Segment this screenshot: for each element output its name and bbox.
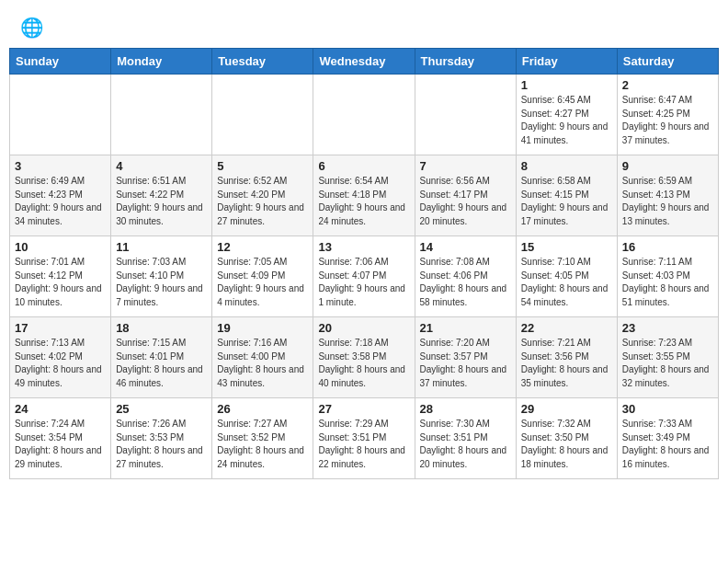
- calendar-container: SundayMondayTuesdayWednesdayThursdayFrid…: [0, 48, 728, 488]
- calendar-header: SundayMondayTuesdayWednesdayThursdayFrid…: [10, 49, 719, 75]
- day-info: Sunrise: 7:24 AM Sunset: 3:54 PM Dayligh…: [15, 418, 106, 471]
- calendar-body: 1Sunrise: 6:45 AM Sunset: 4:27 PM Daylig…: [10, 75, 719, 479]
- calendar-cell: 27Sunrise: 7:29 AM Sunset: 3:51 PM Dayli…: [313, 398, 415, 479]
- calendar-week-4: 17Sunrise: 7:13 AM Sunset: 4:02 PM Dayli…: [10, 317, 719, 398]
- day-number: 26: [217, 402, 308, 416]
- calendar-cell: 28Sunrise: 7:30 AM Sunset: 3:51 PM Dayli…: [415, 398, 516, 479]
- day-info: Sunrise: 7:23 AM Sunset: 3:55 PM Dayligh…: [622, 337, 713, 390]
- day-info: Sunrise: 7:30 AM Sunset: 3:51 PM Dayligh…: [420, 418, 511, 471]
- day-info: Sunrise: 7:26 AM Sunset: 3:53 PM Dayligh…: [116, 418, 207, 471]
- calendar-cell: 21Sunrise: 7:20 AM Sunset: 3:57 PM Dayli…: [415, 317, 516, 398]
- weekday-header-thursday: Thursday: [415, 49, 516, 75]
- calendar-cell: [415, 75, 516, 155]
- calendar-cell: 20Sunrise: 7:18 AM Sunset: 3:58 PM Dayli…: [313, 317, 415, 398]
- calendar-cell: 9Sunrise: 6:59 AM Sunset: 4:13 PM Daylig…: [617, 155, 718, 236]
- calendar-cell: [313, 75, 415, 155]
- day-info: Sunrise: 6:59 AM Sunset: 4:13 PM Dayligh…: [622, 175, 713, 228]
- day-number: 21: [420, 321, 511, 335]
- day-number: 17: [15, 321, 106, 335]
- weekday-header-saturday: Saturday: [617, 49, 718, 75]
- day-number: 12: [217, 240, 308, 254]
- day-number: 20: [318, 321, 409, 335]
- day-number: 10: [15, 240, 106, 254]
- day-info: Sunrise: 7:13 AM Sunset: 4:02 PM Dayligh…: [15, 337, 106, 390]
- day-info: Sunrise: 6:45 AM Sunset: 4:27 PM Dayligh…: [521, 94, 612, 147]
- svg-text:🌐: 🌐: [20, 16, 44, 40]
- calendar-week-2: 3Sunrise: 6:49 AM Sunset: 4:23 PM Daylig…: [10, 155, 719, 236]
- day-info: Sunrise: 7:21 AM Sunset: 3:56 PM Dayligh…: [521, 337, 612, 390]
- calendar-cell: 14Sunrise: 7:08 AM Sunset: 4:06 PM Dayli…: [415, 236, 516, 317]
- day-number: 2: [622, 78, 713, 92]
- calendar-cell: 16Sunrise: 7:11 AM Sunset: 4:03 PM Dayli…: [617, 236, 718, 317]
- calendar-cell: 7Sunrise: 6:56 AM Sunset: 4:17 PM Daylig…: [415, 155, 516, 236]
- calendar-cell: [111, 75, 212, 155]
- calendar-cell: 25Sunrise: 7:26 AM Sunset: 3:53 PM Dayli…: [111, 398, 212, 479]
- calendar-cell: 5Sunrise: 6:52 AM Sunset: 4:20 PM Daylig…: [212, 155, 313, 236]
- day-number: 29: [521, 402, 612, 416]
- day-number: 25: [116, 402, 207, 416]
- weekday-header-friday: Friday: [516, 49, 617, 75]
- day-info: Sunrise: 7:08 AM Sunset: 4:06 PM Dayligh…: [420, 256, 511, 309]
- calendar-cell: 30Sunrise: 7:33 AM Sunset: 3:49 PM Dayli…: [617, 398, 718, 479]
- calendar-cell: 11Sunrise: 7:03 AM Sunset: 4:10 PM Dayli…: [111, 236, 212, 317]
- weekday-header-row: SundayMondayTuesdayWednesdayThursdayFrid…: [10, 49, 719, 75]
- calendar-cell: 10Sunrise: 7:01 AM Sunset: 4:12 PM Dayli…: [10, 236, 111, 317]
- calendar-week-1: 1Sunrise: 6:45 AM Sunset: 4:27 PM Daylig…: [10, 75, 719, 155]
- day-number: 9: [622, 159, 713, 173]
- day-number: 18: [116, 321, 207, 335]
- day-number: 1: [521, 78, 612, 92]
- day-number: 11: [116, 240, 207, 254]
- day-info: Sunrise: 6:51 AM Sunset: 4:22 PM Dayligh…: [116, 175, 207, 228]
- day-info: Sunrise: 7:20 AM Sunset: 3:57 PM Dayligh…: [420, 337, 511, 390]
- day-info: Sunrise: 6:49 AM Sunset: 4:23 PM Dayligh…: [15, 175, 106, 228]
- day-info: Sunrise: 7:32 AM Sunset: 3:50 PM Dayligh…: [521, 418, 612, 471]
- day-number: 16: [622, 240, 713, 254]
- calendar-cell: 2Sunrise: 6:47 AM Sunset: 4:25 PM Daylig…: [617, 75, 718, 155]
- day-number: 24: [15, 402, 106, 416]
- calendar-cell: [212, 75, 313, 155]
- logo-icon: 🌐: [18, 15, 44, 40]
- day-info: Sunrise: 6:54 AM Sunset: 4:18 PM Dayligh…: [318, 175, 409, 228]
- calendar-cell: 18Sunrise: 7:15 AM Sunset: 4:01 PM Dayli…: [111, 317, 212, 398]
- calendar-cell: 15Sunrise: 7:10 AM Sunset: 4:05 PM Dayli…: [516, 236, 617, 317]
- day-info: Sunrise: 7:03 AM Sunset: 4:10 PM Dayligh…: [116, 256, 207, 309]
- day-info: Sunrise: 7:29 AM Sunset: 3:51 PM Dayligh…: [318, 418, 409, 471]
- day-info: Sunrise: 7:18 AM Sunset: 3:58 PM Dayligh…: [318, 337, 409, 390]
- day-info: Sunrise: 7:27 AM Sunset: 3:52 PM Dayligh…: [217, 418, 308, 471]
- day-number: 6: [318, 159, 409, 173]
- calendar-cell: 24Sunrise: 7:24 AM Sunset: 3:54 PM Dayli…: [10, 398, 111, 479]
- calendar-cell: 13Sunrise: 7:06 AM Sunset: 4:07 PM Dayli…: [313, 236, 415, 317]
- day-info: Sunrise: 6:58 AM Sunset: 4:15 PM Dayligh…: [521, 175, 612, 228]
- day-info: Sunrise: 7:06 AM Sunset: 4:07 PM Dayligh…: [318, 256, 409, 309]
- day-number: 3: [15, 159, 106, 173]
- calendar-cell: 23Sunrise: 7:23 AM Sunset: 3:55 PM Dayli…: [617, 317, 718, 398]
- day-info: Sunrise: 6:47 AM Sunset: 4:25 PM Dayligh…: [622, 94, 713, 147]
- calendar-week-3: 10Sunrise: 7:01 AM Sunset: 4:12 PM Dayli…: [10, 236, 719, 317]
- calendar-table: SundayMondayTuesdayWednesdayThursdayFrid…: [9, 48, 719, 479]
- page-header: 🌐: [0, 0, 728, 48]
- day-info: Sunrise: 7:11 AM Sunset: 4:03 PM Dayligh…: [622, 256, 713, 309]
- day-info: Sunrise: 7:10 AM Sunset: 4:05 PM Dayligh…: [521, 256, 612, 309]
- day-number: 8: [521, 159, 612, 173]
- calendar-cell: 1Sunrise: 6:45 AM Sunset: 4:27 PM Daylig…: [516, 75, 617, 155]
- day-number: 7: [420, 159, 511, 173]
- day-number: 27: [318, 402, 409, 416]
- weekday-header-sunday: Sunday: [10, 49, 111, 75]
- calendar-cell: 26Sunrise: 7:27 AM Sunset: 3:52 PM Dayli…: [212, 398, 313, 479]
- day-info: Sunrise: 7:05 AM Sunset: 4:09 PM Dayligh…: [217, 256, 308, 309]
- calendar-cell: 22Sunrise: 7:21 AM Sunset: 3:56 PM Dayli…: [516, 317, 617, 398]
- day-info: Sunrise: 6:56 AM Sunset: 4:17 PM Dayligh…: [420, 175, 511, 228]
- weekday-header-wednesday: Wednesday: [313, 49, 415, 75]
- calendar-week-5: 24Sunrise: 7:24 AM Sunset: 3:54 PM Dayli…: [10, 398, 719, 479]
- day-info: Sunrise: 7:33 AM Sunset: 3:49 PM Dayligh…: [622, 418, 713, 471]
- day-info: Sunrise: 7:16 AM Sunset: 4:00 PM Dayligh…: [217, 337, 308, 390]
- calendar-cell: 17Sunrise: 7:13 AM Sunset: 4:02 PM Dayli…: [10, 317, 111, 398]
- day-info: Sunrise: 7:15 AM Sunset: 4:01 PM Dayligh…: [116, 337, 207, 390]
- calendar-cell: 12Sunrise: 7:05 AM Sunset: 4:09 PM Dayli…: [212, 236, 313, 317]
- day-number: 5: [217, 159, 308, 173]
- weekday-header-tuesday: Tuesday: [212, 49, 313, 75]
- day-number: 19: [217, 321, 308, 335]
- day-info: Sunrise: 6:52 AM Sunset: 4:20 PM Dayligh…: [217, 175, 308, 228]
- logo: 🌐: [18, 15, 48, 40]
- day-number: 22: [521, 321, 612, 335]
